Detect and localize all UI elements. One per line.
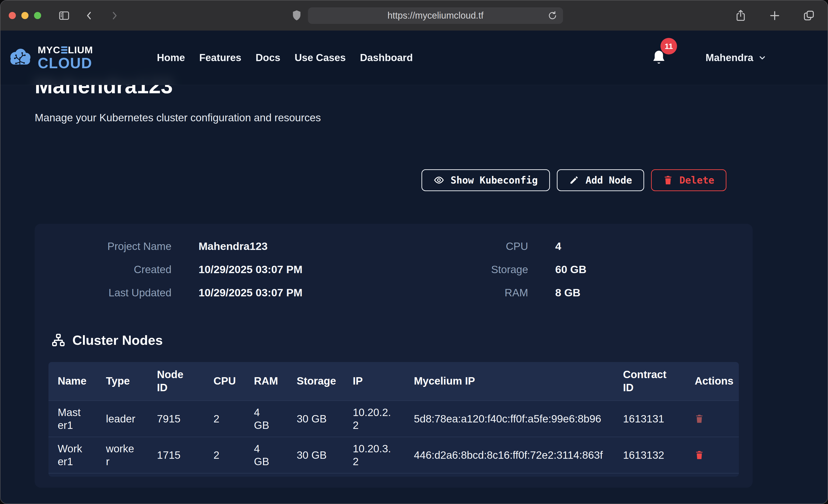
new-tab-icon[interactable] — [769, 9, 781, 22]
info-value-last-updated: 10/29/2025 03:07 PM — [199, 286, 302, 299]
col-header-ram: RAM — [254, 362, 297, 401]
reload-icon[interactable] — [547, 10, 557, 23]
add-node-button[interactable]: Add Node — [557, 169, 644, 191]
sidebar-toggle-icon[interactable] — [58, 10, 70, 22]
info-label-project-name: Project Name — [48, 240, 171, 252]
col-header-node-id: Node ID — [157, 362, 213, 401]
cloud-logo-icon — [8, 48, 33, 68]
col-header-name: Name — [48, 362, 106, 401]
show-kubeconfig-button[interactable]: Show Kubeconfig — [421, 169, 550, 191]
col-header-ip: IP — [353, 362, 414, 401]
nav-link-docs[interactable]: Docs — [255, 52, 280, 64]
info-row-ram: RAM8 GB — [394, 286, 739, 299]
chevron-down-icon — [758, 53, 767, 62]
brand-name-line1: MYCLIUM — [38, 45, 93, 55]
info-label-storage: Storage — [394, 263, 528, 276]
browser-window: https://myceliumcloud.tf — [0, 0, 828, 504]
nodes-table-container: NameTypeNode IDCPURAMStorageIPMycelium I… — [48, 362, 739, 477]
tab-overview-icon[interactable] — [803, 9, 815, 22]
brand-name-line2: CLOUD — [38, 56, 93, 71]
cluster-nodes-heading: Cluster Nodes — [51, 332, 739, 348]
show-kubeconfig-label: Show Kubeconfig — [451, 175, 538, 186]
notifications-button[interactable]: 11 — [651, 49, 666, 67]
info-value-cpu: 4 — [555, 240, 561, 252]
delete-label: Delete — [679, 175, 714, 186]
cell-actions — [695, 437, 739, 473]
address-bar-url: https://myceliumcloud.tf — [387, 10, 484, 21]
cell-name: Worker1 — [48, 437, 106, 473]
col-header-cpu: CPU — [213, 362, 254, 401]
eye-icon — [433, 175, 444, 185]
top-navbar: MYCLIUM CLOUD HomeFeaturesDocsUse CasesD… — [0, 31, 828, 85]
col-header-actions: Actions — [695, 362, 739, 401]
cell-name: Master1 — [48, 401, 106, 437]
info-row-last-updated: Last Updated10/29/2025 03:07 PM — [48, 286, 394, 299]
cell-contract-id: 1613131 — [623, 401, 695, 437]
trash-icon — [695, 450, 704, 460]
page-viewport: MYCLIUM CLOUD HomeFeaturesDocsUse CasesD… — [0, 31, 828, 504]
nav-link-features[interactable]: Features — [199, 52, 241, 64]
info-label-created: Created — [48, 263, 171, 276]
cell-node-id: 7915 — [157, 401, 213, 437]
nav-link-dashboard[interactable]: Dashboard — [360, 52, 413, 64]
cell-ip: 10.20.3.2 — [353, 437, 414, 473]
zoom-window-button[interactable] — [34, 12, 41, 19]
info-value-storage: 60 GB — [555, 263, 586, 276]
cluster-details-card: Project NameMahendra123Created10/29/2025… — [35, 224, 753, 488]
main-nav: HomeFeaturesDocsUse CasesDashboard — [157, 52, 413, 64]
cluster-nodes-icon — [51, 333, 66, 347]
notification-badge: 11 — [660, 38, 677, 54]
address-bar[interactable]: https://myceliumcloud.tf — [308, 7, 563, 24]
user-menu[interactable]: Mahendra — [705, 52, 767, 64]
user-name: Mahendra — [705, 52, 753, 64]
cluster-nodes-title: Cluster Nodes — [72, 332, 163, 348]
page-subtitle: Manage your Kubernetes cluster configura… — [35, 112, 753, 124]
cell-storage: 30 GB — [297, 401, 353, 437]
cell-storage: 30 GB — [297, 437, 353, 473]
info-value-project-name: Mahendra123 — [199, 240, 267, 252]
cell-ip: 10.20.2.2 — [353, 401, 414, 437]
pencil-icon — [569, 175, 579, 185]
page-content: Mahendra123 Manage your Kubernetes clust… — [35, 31, 753, 488]
col-header-contract-id: Contract ID — [623, 362, 695, 401]
delete-node-button[interactable] — [695, 414, 704, 424]
minimize-window-button[interactable] — [22, 12, 29, 19]
col-header-mycelium-ip: Mycelium IP — [414, 362, 623, 401]
trash-icon — [695, 414, 704, 424]
cell-mycelium-ip: 446:d2a6:8bcd:8c16:ff0f:72e2:3114:863f — [414, 437, 623, 473]
col-header-type: Type — [106, 362, 157, 401]
nodes-table: NameTypeNode IDCPURAMStorageIPMycelium I… — [48, 362, 739, 473]
browser-chrome: https://myceliumcloud.tf — [0, 0, 828, 31]
cell-mycelium-ip: 5d8:78ea:a120:f40c:ff0f:a5fe:99e6:8b96 — [414, 401, 623, 437]
cluster-actions: Show Kubeconfig Add Node Delete — [35, 169, 753, 191]
info-label-cpu: CPU — [394, 240, 528, 252]
forward-button-icon[interactable] — [109, 10, 120, 22]
cell-cpu: 2 — [213, 437, 254, 473]
info-row-storage: Storage60 GB — [394, 263, 739, 276]
node-row-worker1: Worker1worker171524 GB30 GB10.20.3.2446:… — [48, 437, 739, 473]
cell-cpu: 2 — [213, 401, 254, 437]
info-label-last-updated: Last Updated — [48, 287, 171, 299]
cell-type: leader — [106, 401, 157, 437]
info-row-cpu: CPU4 — [394, 240, 739, 252]
cell-type: worker — [106, 437, 157, 473]
nav-link-use-cases[interactable]: Use Cases — [295, 52, 346, 64]
brand-logo[interactable]: MYCLIUM CLOUD — [8, 45, 93, 71]
nav-link-home[interactable]: Home — [157, 52, 185, 64]
info-row-project-name: Project NameMahendra123 — [48, 240, 394, 252]
delete-node-button[interactable] — [695, 450, 704, 460]
add-node-label: Add Node — [586, 175, 632, 186]
trash-icon — [663, 175, 673, 185]
cell-ram: 4 GB — [254, 401, 297, 437]
info-value-created: 10/29/2025 03:07 PM — [199, 263, 302, 276]
delete-cluster-button[interactable]: Delete — [651, 169, 727, 191]
info-label-ram: RAM — [394, 287, 528, 299]
close-window-button[interactable] — [9, 12, 16, 19]
back-button-icon[interactable] — [84, 10, 95, 22]
cell-node-id: 1715 — [157, 437, 213, 473]
info-row-created: Created10/29/2025 03:07 PM — [48, 263, 394, 276]
cell-ram: 4 GB — [254, 437, 297, 473]
share-icon[interactable] — [735, 9, 747, 22]
window-controls — [9, 12, 41, 19]
privacy-shield-icon[interactable] — [291, 10, 302, 22]
